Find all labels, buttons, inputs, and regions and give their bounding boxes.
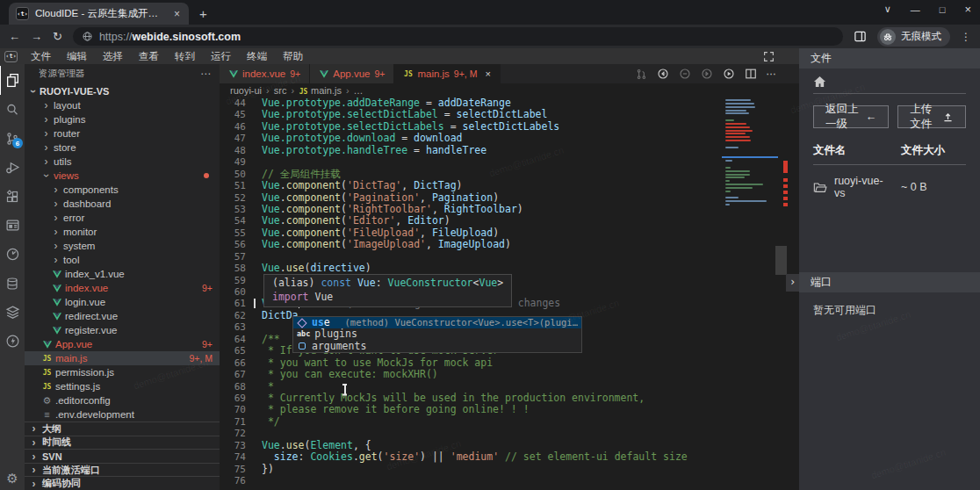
- breadcrumb-…[interactable]: …: [354, 85, 364, 96]
- tree-item-system[interactable]: ›system: [25, 239, 220, 253]
- tree-item-store[interactable]: ›store: [25, 141, 220, 155]
- editor-more-icon[interactable]: ⋯: [767, 68, 777, 80]
- forward-icon[interactable]: →: [31, 30, 42, 43]
- layers-icon[interactable]: [0, 298, 25, 327]
- lightning-icon[interactable]: [0, 327, 25, 356]
- tree-item-permission.js[interactable]: JSpermission.js: [25, 365, 220, 379]
- tree-item-.editorconfig[interactable]: ⚙.editorconfig: [25, 393, 220, 407]
- fullscreen-icon[interactable]: [763, 51, 775, 62]
- site-info-icon[interactable]: [82, 31, 93, 42]
- back-icon[interactable]: ←: [9, 30, 20, 43]
- tree-item-layout[interactable]: ›layout: [25, 98, 220, 112]
- menu-转到[interactable]: 转到: [167, 50, 203, 63]
- menu-选择[interactable]: 选择: [95, 50, 131, 63]
- run-debug-icon[interactable]: [0, 153, 25, 182]
- window-menu-icon[interactable]: ∨: [884, 4, 891, 15]
- tree-item-App.vue[interactable]: App.vue9+: [25, 337, 220, 351]
- code-editor[interactable]: 44Vue.prototype.addDateRange = addDateRa…: [220, 97, 799, 490]
- suggest-box-icon: [299, 342, 306, 349]
- sidebar-sections: ›大纲›时间线›SVN›当前激活端口›编码协同: [25, 422, 220, 490]
- tree-item-router[interactable]: ›router: [25, 126, 220, 141]
- git-compare-icon[interactable]: [636, 68, 647, 80]
- breadcrumb-ruoyi-ui[interactable]: ruoyi-ui: [230, 85, 262, 96]
- menu-终端[interactable]: 终端: [239, 50, 275, 63]
- menu-编辑[interactable]: 编辑: [59, 50, 95, 63]
- tree-item-dashboard[interactable]: ›dashboard: [25, 197, 220, 211]
- section-大纲[interactable]: ›大纲: [25, 422, 220, 436]
- editor-tab-App.vue[interactable]: App.vue9+: [310, 64, 394, 83]
- back-parent-button[interactable]: 返回上一级←: [813, 105, 889, 128]
- tree-item-utils[interactable]: ›utils: [25, 155, 220, 169]
- home-icon[interactable]: [813, 76, 966, 88]
- settings-gear-icon[interactable]: ⚙: [6, 471, 18, 486]
- minimap[interactable]: [725, 99, 776, 211]
- tree-item-redirect.vue[interactable]: redirect.vue: [25, 309, 220, 323]
- explorer-more-icon[interactable]: ⋯: [200, 68, 211, 80]
- side-panel-icon[interactable]: [854, 30, 867, 43]
- tree-item-error[interactable]: ›error: [25, 211, 220, 225]
- tree-item-register.vue[interactable]: register.vue: [25, 323, 220, 337]
- tree-item-plugins[interactable]: ›plugins: [25, 112, 220, 126]
- section-当前激活端口[interactable]: ›当前激活端口: [25, 463, 220, 477]
- window-close-icon[interactable]: ×: [964, 3, 971, 16]
- section-编码协同[interactable]: ›编码协同: [25, 476, 220, 490]
- split-editor-icon[interactable]: [745, 68, 757, 80]
- suggest-widget[interactable]: use(method) VueConstructor<Vue>.use<T>(p…: [292, 316, 582, 353]
- column-filesize[interactable]: 文件大小: [901, 143, 966, 158]
- tree-item-index.vue[interactable]: index.vue9+: [25, 281, 220, 295]
- code-line: Vue.use(directive): [262, 263, 371, 274]
- extensions-icon[interactable]: [0, 182, 25, 211]
- menu-查看[interactable]: 查看: [131, 50, 167, 63]
- menu-文件[interactable]: 文件: [23, 50, 59, 63]
- editor-tab-main.js[interactable]: JSmain.js9+, M×: [394, 64, 500, 83]
- project-root[interactable]: › RUOYI-VUE-VS: [25, 83, 220, 98]
- window-maximize-icon[interactable]: □: [940, 4, 946, 15]
- editor-scrollbar[interactable]: [775, 246, 787, 275]
- tree-item-login.vue[interactable]: login.vue: [25, 295, 220, 309]
- browser-menu-icon[interactable]: ⋮: [961, 31, 971, 43]
- tree-item-settings.js[interactable]: JSsettings.js: [25, 379, 220, 393]
- tree-item-.env.development[interactable]: ≡.env.development: [25, 407, 220, 422]
- breadcrumb-main.js[interactable]: JSmain.js: [299, 85, 342, 96]
- reload-icon[interactable]: ↻: [53, 30, 62, 43]
- suggest-item-arguments[interactable]: arguments: [293, 341, 581, 352]
- file-row-ruoyi-vue-vs[interactable]: ruoyi-vue-vs~ 0 B: [813, 175, 966, 199]
- tab-close-icon[interactable]: ×: [485, 68, 490, 79]
- database-icon[interactable]: [0, 269, 25, 298]
- menu-运行[interactable]: 运行: [203, 50, 239, 63]
- preview-window-icon[interactable]: [0, 211, 25, 240]
- ports-header[interactable]: 端口: [799, 272, 980, 292]
- nav-back-icon[interactable]: [657, 68, 669, 80]
- editor-tab-index.vue[interactable]: index.vue9+: [220, 64, 310, 83]
- run-file-icon[interactable]: [723, 68, 735, 80]
- explorer-icon[interactable]: [0, 66, 25, 95]
- chevron-icon: ›: [42, 141, 50, 154]
- chevron-icon: ›: [42, 99, 50, 112]
- source-control-icon[interactable]: 6: [0, 124, 25, 153]
- monitor-clock-icon[interactable]: [0, 240, 25, 269]
- chevron-right-icon: ›: [30, 478, 38, 490]
- tree-item-monitor[interactable]: ›monitor: [25, 225, 220, 239]
- tree-item-components[interactable]: ›components: [25, 183, 220, 197]
- search-icon[interactable]: [0, 95, 25, 124]
- tree-item-tool[interactable]: ›tool: [25, 253, 220, 267]
- breadcrumb-src[interactable]: src: [274, 85, 287, 96]
- tree-item-index_v1.vue[interactable]: index_v1.vue: [25, 267, 220, 281]
- nav-circle-icon[interactable]: [679, 68, 691, 80]
- tree-item-views[interactable]: ›views: [25, 169, 220, 183]
- tree-item-main.js[interactable]: JSmain.js9+, M: [25, 351, 220, 365]
- column-filename[interactable]: 文件名: [813, 143, 901, 158]
- section-SVN[interactable]: ›SVN: [25, 449, 220, 463]
- nav-forward-icon[interactable]: [701, 68, 713, 80]
- address-bar[interactable]: https://webide.sinosoft.com: [73, 27, 843, 46]
- window-minimize-icon[interactable]: —: [911, 4, 920, 15]
- browser-tab[interactable]: ‹t› CloudIDE - 云原生集成开发环境 ×: [9, 3, 189, 25]
- expand-panel-icon[interactable]: ›: [786, 274, 799, 292]
- menu-帮助[interactable]: 帮助: [275, 50, 311, 63]
- tab-close-icon[interactable]: ×: [172, 8, 182, 20]
- line-number: 76: [220, 475, 246, 486]
- section-时间线[interactable]: ›时间线: [25, 436, 220, 450]
- upload-file-button[interactable]: 上传文件: [897, 105, 966, 128]
- breadcrumb[interactable]: ruoyi-ui›src›JSmain.js›…: [220, 83, 799, 97]
- new-tab-button[interactable]: +: [199, 6, 207, 25]
